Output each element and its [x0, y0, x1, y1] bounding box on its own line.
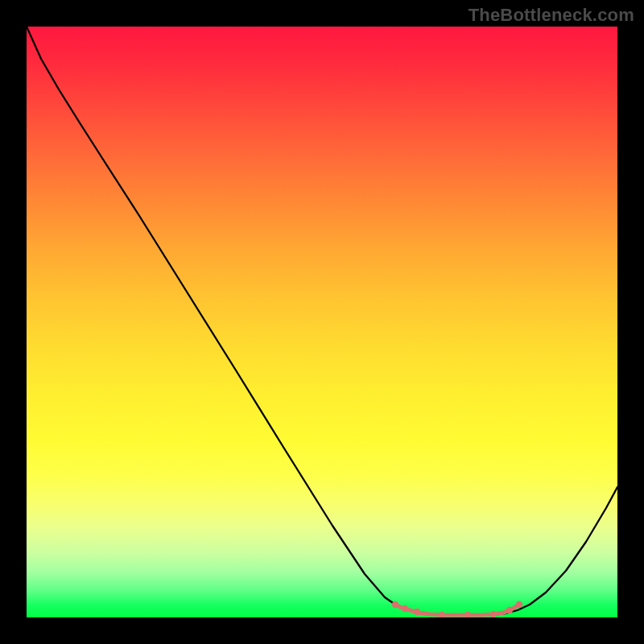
- highlight-dot: [516, 601, 522, 608]
- highlight-segment: [395, 605, 519, 615]
- main-curve: [27, 27, 617, 615]
- highlight-dot: [402, 605, 408, 612]
- highlight-dot: [506, 607, 513, 613]
- highlight-dot: [490, 611, 497, 617]
- highlight-dot: [414, 609, 420, 615]
- highlight-dot: [392, 601, 398, 608]
- plot-area: [27, 27, 617, 617]
- watermark-text: TheBottleneck.com: [469, 5, 634, 26]
- curve-svg: [27, 27, 617, 617]
- chart-container: TheBottleneck.com: [0, 0, 644, 644]
- highlight-dot: [464, 612, 471, 617]
- highlight-dot: [439, 612, 445, 617]
